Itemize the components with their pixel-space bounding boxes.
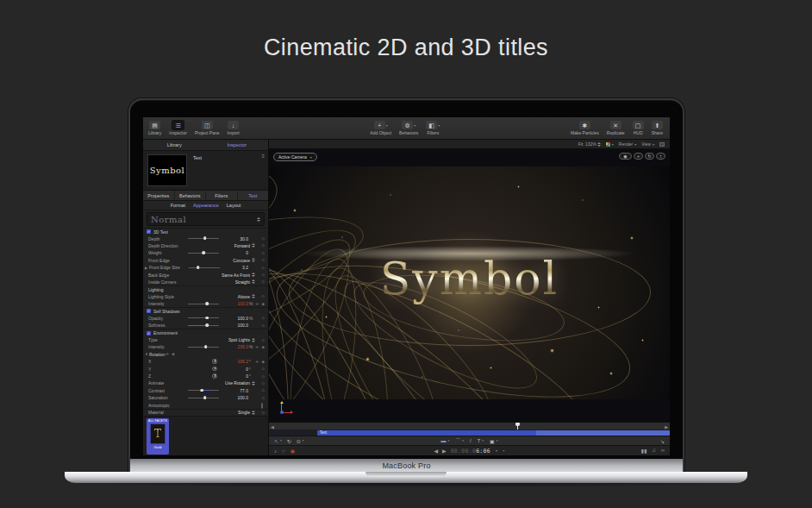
toolbar-button-share[interactable]: ⬆Share bbox=[652, 121, 663, 135]
play-icon[interactable]: ▶ bbox=[442, 448, 447, 454]
keyframe-controls-icon[interactable]: ◇ bbox=[255, 374, 265, 379]
rotation-dial[interactable] bbox=[212, 373, 217, 379]
rotation-dial[interactable] bbox=[212, 367, 217, 372]
select-control[interactable]: Straight bbox=[235, 279, 255, 285]
subtab-appearance[interactable]: Appearance bbox=[193, 203, 219, 208]
select-control[interactable]: Same As Front bbox=[222, 273, 255, 278]
inspector-tab-filters[interactable]: Filters bbox=[206, 191, 238, 200]
slider-thumb[interactable] bbox=[203, 236, 207, 240]
slider-track[interactable] bbox=[188, 238, 219, 239]
inspector-tab-behaviors[interactable]: Behaviors bbox=[175, 191, 207, 200]
view-menu[interactable]: View▾ bbox=[641, 141, 654, 147]
toolbar-button-import[interactable]: ↓Import bbox=[228, 121, 240, 135]
camera-tool-icon[interactable]: ⊙▾ bbox=[297, 438, 304, 444]
keyframe-controls-icon[interactable]: ✛ ◆ bbox=[255, 345, 265, 349]
select-control[interactable]: Forward bbox=[234, 243, 255, 248]
keyframe-controls-icon[interactable]: ◇ bbox=[255, 411, 265, 415]
line-tool-icon[interactable]: / bbox=[470, 437, 472, 445]
slider-thumb[interactable] bbox=[197, 266, 200, 269]
camera-overlay-icon[interactable]: ◉ bbox=[619, 153, 632, 160]
slider-track[interactable] bbox=[188, 325, 219, 326]
step-back-icon[interactable]: ◀ bbox=[434, 448, 438, 454]
timecode-menu-icon[interactable]: ▾ bbox=[496, 448, 497, 453]
keyframe-controls-icon[interactable]: ◇ bbox=[255, 338, 265, 342]
loop-icon[interactable]: ○ bbox=[282, 448, 285, 454]
select-control[interactable]: Above bbox=[238, 294, 255, 299]
checkbox-unchecked[interactable] bbox=[261, 403, 263, 409]
slider-track[interactable] bbox=[188, 304, 219, 304]
timing-pane-icon[interactable]: ▮▮ bbox=[641, 448, 647, 454]
keyframe-controls-icon[interactable]: ◇ bbox=[255, 316, 265, 320]
inspector-tab-properties[interactable]: Properties bbox=[143, 191, 175, 200]
style-preset-dropdown[interactable]: Normal bbox=[147, 212, 265, 226]
slider-track[interactable] bbox=[189, 267, 220, 268]
clock-icon[interactable]: ◔ bbox=[502, 448, 505, 454]
slider-track[interactable] bbox=[188, 398, 219, 398]
canvas-viewport[interactable]: Active Camera ▾ ◉+↻↕ Symbol bbox=[269, 149, 670, 422]
tab-inspector[interactable]: Inspector bbox=[206, 140, 269, 150]
tab-library[interactable]: Library bbox=[143, 140, 206, 150]
image-tool-icon[interactable]: ▣▾ bbox=[490, 437, 497, 445]
transform-tool-icon[interactable]: ↻ bbox=[287, 438, 291, 444]
slider-thumb[interactable] bbox=[206, 317, 209, 320]
slider-track[interactable] bbox=[188, 347, 219, 348]
link-icon[interactable]: ∞ bbox=[661, 448, 665, 454]
audio-skimming-icon[interactable]: ♪ bbox=[274, 448, 277, 454]
select-control[interactable]: Spot Lights bbox=[228, 337, 255, 342]
keyframe-controls-icon[interactable]: ✛ ◆ bbox=[255, 360, 265, 364]
toolbar-button-make-particles[interactable]: ✱Make Particles bbox=[571, 121, 599, 135]
timeline-scrubber[interactable]: ◀ ▶ bbox=[269, 422, 670, 430]
keyframe-controls-icon[interactable]: ◇ bbox=[255, 243, 265, 248]
preview-options-icon[interactable]: ≡ bbox=[261, 154, 265, 159]
dolly-view-icon[interactable]: ↕ bbox=[656, 153, 665, 160]
slider-track[interactable] bbox=[188, 390, 219, 391]
toolbar-button-add-object[interactable]: +▾Add Object bbox=[370, 121, 391, 135]
keyframe-controls-icon[interactable]: ◇ bbox=[255, 251, 265, 255]
keyframe-controls-icon[interactable]: ◇ bbox=[255, 294, 265, 298]
orbit-view-icon[interactable]: ↻ bbox=[645, 153, 654, 160]
keyframe-controls-icon[interactable]: ◇ bbox=[255, 236, 265, 241]
keyframe-controls-icon[interactable]: ◇ bbox=[255, 273, 265, 277]
playhead[interactable] bbox=[517, 423, 518, 430]
layout-dropdown[interactable] bbox=[659, 142, 665, 147]
slider-thumb[interactable] bbox=[206, 323, 209, 327]
keyframe-controls-icon[interactable]: ◇ bbox=[255, 266, 265, 270]
channels-dropdown[interactable]: ▾ bbox=[606, 142, 614, 147]
keyframe-controls-icon[interactable]: ◇ bbox=[255, 279, 265, 284]
keyframe-controls-icon[interactable]: ◇ bbox=[255, 396, 265, 400]
zoom-level-dropdown[interactable]: Fit: 132% bbox=[578, 141, 601, 147]
active-camera-dropdown[interactable]: Active Camera ▾ bbox=[273, 153, 317, 161]
subtab-format[interactable]: Format bbox=[171, 203, 185, 208]
checkbox-checked[interactable]: ✓ bbox=[147, 229, 151, 234]
text-tool-icon[interactable]: T▾ bbox=[478, 437, 484, 445]
select-control[interactable]: Single bbox=[238, 410, 255, 415]
slider-thumb[interactable] bbox=[204, 345, 208, 348]
scrub-left-icon[interactable]: ◀ bbox=[271, 424, 274, 430]
keyframe-controls-icon[interactable]: ◇ bbox=[255, 323, 265, 328]
toolbar-button-hud[interactable]: ▢HUD bbox=[633, 121, 644, 135]
pan-view-icon[interactable]: + bbox=[634, 153, 643, 160]
rotation-dial[interactable] bbox=[212, 359, 217, 364]
checkbox-checked[interactable]: ✓ bbox=[147, 309, 151, 313]
keyframe-controls-icon[interactable]: ◇ bbox=[255, 258, 265, 262]
object-thumbnail[interactable]: Symbol bbox=[147, 154, 187, 186]
toolbar-button-library[interactable]: ▤Library bbox=[148, 121, 161, 135]
audio-icon[interactable]: ♫ bbox=[652, 448, 656, 454]
select-tool-icon[interactable]: ↖▾ bbox=[274, 438, 282, 444]
keyframe-controls-icon[interactable]: ◇ bbox=[255, 381, 265, 386]
shape-tool-icon[interactable]: ▬▾ bbox=[440, 437, 449, 445]
toolbar-button-behaviors[interactable]: ⚙▾Behaviors bbox=[399, 121, 418, 135]
keyframe-controls-icon[interactable]: ✛ ◆ bbox=[255, 302, 265, 306]
slider-thumb[interactable] bbox=[203, 396, 207, 399]
bezier-tool-icon[interactable]: ⌒▾ bbox=[455, 437, 464, 445]
slider-track[interactable] bbox=[188, 317, 219, 318]
checkbox-checked[interactable]: ✓ bbox=[147, 331, 151, 336]
record-icon[interactable]: ◉ bbox=[290, 448, 295, 454]
material-swatch-gold[interactable]: ALL FACETS T Gold bbox=[147, 418, 169, 455]
keyframe-controls-icon[interactable]: ✛ ◆ bbox=[166, 352, 176, 356]
toolbar-button-filters[interactable]: ◧▾Filters bbox=[426, 121, 440, 135]
render-menu[interactable]: Render▾ bbox=[619, 141, 636, 147]
scrub-right-icon[interactable]: ▶ bbox=[665, 424, 668, 430]
toolbar-button-inspector[interactable]: ☰Inspector bbox=[169, 121, 187, 135]
keyframe-editor-icon[interactable]: ↘ bbox=[660, 438, 665, 444]
